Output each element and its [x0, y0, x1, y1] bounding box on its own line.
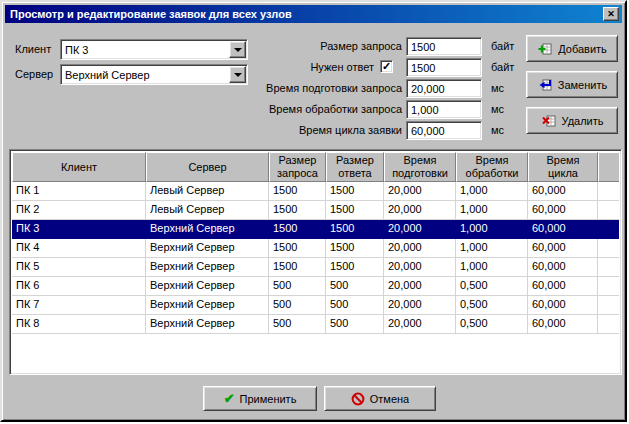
- replace-icon: [537, 77, 553, 93]
- table-cell: 0,500: [456, 296, 528, 315]
- table-cell: 20,000: [384, 315, 456, 334]
- table-cell: Верхний Сервер: [146, 296, 269, 315]
- table-cell: 60,000: [528, 201, 598, 220]
- column-header-filler: [598, 152, 619, 182]
- table-row[interactable]: ПК 3Верхний Сервер1500150020,0001,00060,…: [12, 220, 619, 239]
- add-button[interactable]: Добавить: [526, 35, 618, 62]
- client-combo[interactable]: ПК 3: [60, 39, 248, 60]
- table-cell-filler: [598, 220, 619, 239]
- table-cell: 1,000: [456, 220, 528, 239]
- column-header-client: Клиент: [12, 152, 146, 182]
- table-row[interactable]: ПК 2Левый Сервер1500150020,0001,00060,00…: [12, 201, 619, 220]
- server-combo[interactable]: Верхний Сервер: [60, 64, 248, 85]
- cycle-time-unit: мс: [491, 124, 504, 136]
- table-cell: 1500: [326, 239, 384, 258]
- replace-button[interactable]: Заменить: [526, 71, 618, 98]
- table-cell-filler: [598, 277, 619, 296]
- proc-time-input[interactable]: [406, 100, 482, 119]
- column-header-server: Сервер: [146, 152, 269, 182]
- table-cell: 20,000: [384, 201, 456, 220]
- table-cell: 0,500: [456, 277, 528, 296]
- column-header-prep-time: Время подготовки: [384, 152, 456, 182]
- apply-check-icon: ✔: [224, 392, 235, 405]
- replace-button-label: Заменить: [558, 79, 607, 91]
- add-button-label: Добавить: [558, 43, 607, 55]
- server-label: Сервер: [15, 68, 53, 80]
- table-cell: Левый Сервер: [146, 201, 269, 220]
- table-cell: 20,000: [384, 296, 456, 315]
- table-cell: 500: [326, 315, 384, 334]
- cycle-time-label: Время цикла заявки: [222, 124, 402, 136]
- table-cell-filler: [598, 182, 619, 201]
- table-cell: 1500: [326, 201, 384, 220]
- table-cell: 60,000: [528, 315, 598, 334]
- table-cell: 60,000: [528, 258, 598, 277]
- table-cell: 60,000: [528, 220, 598, 239]
- table-cell: 20,000: [384, 182, 456, 201]
- table-cell: ПК 7: [12, 296, 146, 315]
- table-cell: 1500: [326, 220, 384, 239]
- table-cell: Верхний Сервер: [146, 277, 269, 296]
- table-cell: 20,000: [384, 258, 456, 277]
- table-row[interactable]: ПК 6Верхний Сервер50050020,0000,50060,00…: [12, 277, 619, 296]
- column-header-request-size: Размер запроса: [269, 152, 326, 182]
- dialog-window: Просмотр и редактирование заявок для все…: [0, 0, 627, 422]
- table-cell: ПК 3: [12, 220, 146, 239]
- answer-size-input[interactable]: [406, 58, 482, 77]
- table-cell: 1500: [269, 258, 326, 277]
- table-cell: Верхний Сервер: [146, 258, 269, 277]
- table-cell: 500: [326, 296, 384, 315]
- table-cell-filler: [598, 201, 619, 220]
- table-cell: 1500: [269, 220, 326, 239]
- cancel-button-label: Отмена: [370, 393, 409, 405]
- apply-button-label: Применить: [240, 393, 297, 405]
- table-row[interactable]: ПК 4Верхний Сервер1500150020,0001,00060,…: [12, 239, 619, 258]
- need-answer-checkbox[interactable]: ✓: [380, 60, 393, 73]
- close-icon: ✕: [607, 9, 615, 20]
- table-cell: 20,000: [384, 277, 456, 296]
- table-cell: 60,000: [528, 277, 598, 296]
- proc-time-label: Время обработки запроса: [222, 103, 402, 115]
- cycle-time-input[interactable]: [406, 121, 482, 140]
- cancel-button[interactable]: Отмена: [324, 386, 436, 411]
- table-cell: Верхний Сервер: [146, 315, 269, 334]
- server-combo-value: Верхний Сервер: [61, 69, 229, 81]
- close-button[interactable]: ✕: [603, 7, 619, 21]
- table-cell: ПК 6: [12, 277, 146, 296]
- table-cell: ПК 2: [12, 201, 146, 220]
- request-size-unit: байт: [491, 40, 514, 52]
- table-cell: 500: [326, 277, 384, 296]
- table-cell-filler: [598, 296, 619, 315]
- table-body: ПК 1Левый Сервер1500150020,0001,00060,00…: [12, 182, 619, 334]
- table-cell: 0,500: [456, 315, 528, 334]
- table-cell: Левый Сервер: [146, 182, 269, 201]
- delete-button[interactable]: Удалить: [526, 107, 618, 134]
- prep-time-label: Время подготовки запроса: [222, 82, 402, 94]
- table-cell: ПК 8: [12, 315, 146, 334]
- table-cell-filler: [598, 239, 619, 258]
- need-answer-label: Нужен ответ: [222, 61, 374, 73]
- table-row[interactable]: ПК 8Верхний Сервер50050020,0000,50060,00…: [12, 315, 619, 334]
- table-cell: 60,000: [528, 182, 598, 201]
- checkmark-icon: ✓: [382, 61, 391, 71]
- apply-button[interactable]: ✔ Применить: [203, 386, 317, 411]
- add-icon: [537, 41, 553, 57]
- prep-time-input[interactable]: [406, 79, 482, 98]
- table-cell: 60,000: [528, 296, 598, 315]
- column-header-proc-time: Время обработки: [456, 152, 528, 182]
- table-cell: ПК 4: [12, 239, 146, 258]
- table-row[interactable]: ПК 5Верхний Сервер1500150020,0001,00060,…: [12, 258, 619, 277]
- titlebar[interactable]: Просмотр и редактирование заявок для все…: [5, 5, 622, 23]
- table-cell: 1,000: [456, 182, 528, 201]
- table-cell: 500: [269, 296, 326, 315]
- request-size-input[interactable]: [406, 37, 482, 56]
- table-row[interactable]: ПК 1Левый Сервер1500150020,0001,00060,00…: [12, 182, 619, 201]
- table-cell: 20,000: [384, 239, 456, 258]
- table-cell: 500: [269, 315, 326, 334]
- client-label: Клиент: [15, 43, 51, 55]
- table-header: Клиент Сервер Размер запроса Размер отве…: [12, 152, 619, 182]
- prep-time-unit: мс: [491, 82, 504, 94]
- table-row[interactable]: ПК 7Верхний Сервер50050020,0000,50060,00…: [12, 296, 619, 315]
- requests-table: Клиент Сервер Размер запроса Размер отве…: [9, 149, 622, 375]
- table-cell: 1,000: [456, 239, 528, 258]
